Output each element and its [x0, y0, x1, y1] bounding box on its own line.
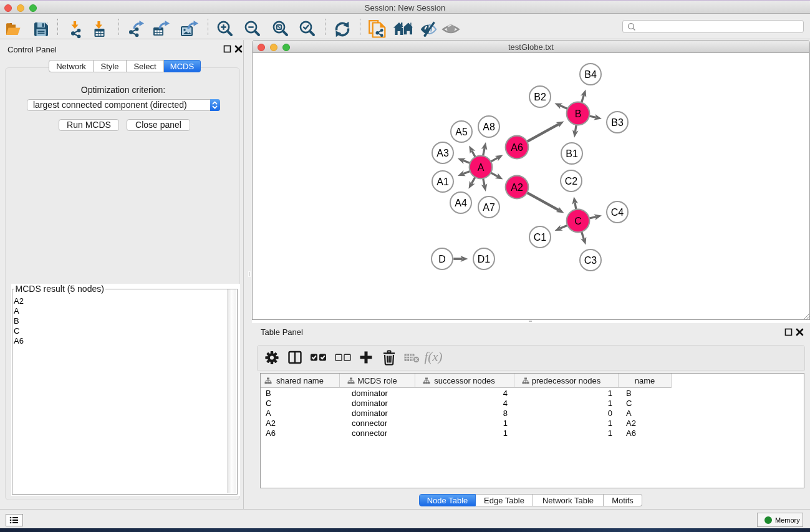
svg-text:C2: C2 — [565, 176, 578, 186]
svg-text:B2: B2 — [534, 92, 546, 102]
svg-text:A3: A3 — [436, 148, 449, 158]
svg-text:A: A — [478, 162, 485, 173]
svg-text:A6: A6 — [511, 142, 523, 153]
svg-text:A7: A7 — [483, 202, 495, 213]
svg-text:B4: B4 — [584, 69, 597, 80]
svg-text:A8: A8 — [483, 122, 495, 132]
svg-text:C: C — [574, 216, 582, 226]
svg-text:A4: A4 — [455, 198, 467, 208]
svg-text:C1: C1 — [534, 232, 547, 243]
svg-text:A5: A5 — [455, 127, 468, 137]
svg-text:A2: A2 — [511, 182, 523, 193]
svg-text:f(x): f(x) — [424, 349, 442, 364]
svg-text:C3: C3 — [584, 255, 597, 266]
svg-text:C4: C4 — [611, 207, 624, 218]
svg-text:D1: D1 — [478, 254, 491, 264]
svg-text:B1: B1 — [566, 148, 578, 159]
svg-text:D: D — [438, 254, 446, 264]
svg-text:A1: A1 — [436, 177, 449, 187]
svg-text:B: B — [575, 109, 582, 119]
svg-text:B3: B3 — [611, 117, 624, 128]
